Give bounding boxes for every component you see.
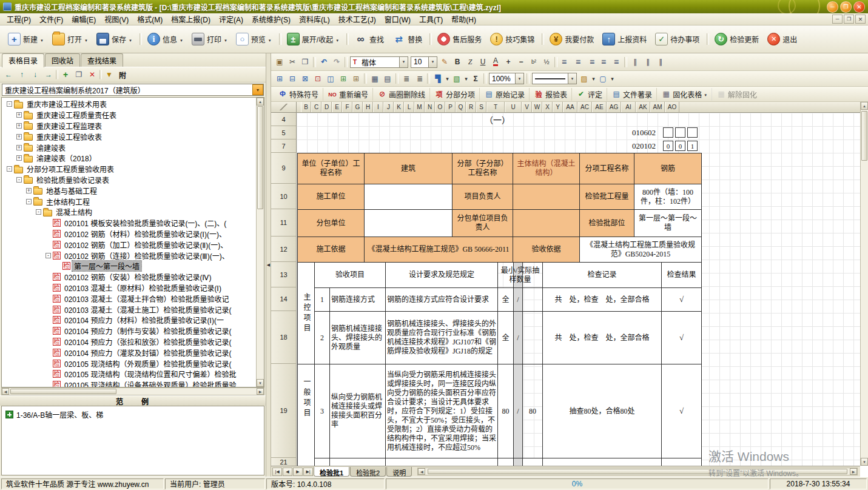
cell-batch-quantity-label[interactable]: 检验批工程量 bbox=[579, 184, 634, 210]
cell-result[interactable]: √ bbox=[661, 311, 702, 364]
scroll-up-icon[interactable] bbox=[861, 102, 868, 110]
example-item[interactable]: 1-36/A-B轴一层梁、板、梯 bbox=[5, 409, 260, 420]
tree-vertical-scrollbar[interactable] bbox=[256, 98, 264, 387]
tree-item-label[interactable]: 重庆建设工程验收表 bbox=[35, 132, 104, 142]
combo-dropdown-button[interactable] bbox=[252, 84, 263, 95]
format-icon[interactable] bbox=[528, 56, 540, 68]
toolbar-button[interactable]: 替换 bbox=[388, 30, 426, 49]
cell-spec[interactable]: 钢筋的连接方式应符合设计要求 bbox=[385, 287, 498, 312]
format-icon[interactable] bbox=[585, 56, 597, 68]
panel-splitter[interactable] bbox=[266, 53, 271, 477]
format-icon[interactable] bbox=[515, 56, 527, 68]
tree-item-label[interactable]: 第一层～第一段～墙 bbox=[72, 261, 141, 271]
format-icon[interactable] bbox=[610, 56, 622, 68]
tree-item-label[interactable]: 020102 钢筋（安装）检验批质量验收记录(Ⅳ) bbox=[62, 272, 213, 282]
tree-item[interactable]: 020105 现浇结构（设备基础外观质量）检验批质量验 bbox=[2, 380, 256, 387]
tree-item-label[interactable]: 020103 混凝土（原材料）检验批质量验收记录(Ⅰ) bbox=[62, 283, 223, 293]
format-icon[interactable] bbox=[477, 56, 489, 68]
tree-item-label[interactable]: 020104 预应力（材料）检验批质量验收记录(Ⅰ)(一 bbox=[62, 315, 226, 325]
menu-item[interactable]: 档案上报(D) bbox=[167, 13, 215, 25]
menu-item[interactable]: 工具(T) bbox=[415, 13, 447, 25]
tree-item[interactable]: - 分部分项工程质量验收用表 bbox=[2, 164, 256, 175]
previous-sheet-button[interactable] bbox=[283, 468, 292, 476]
column-header[interactable]: O bbox=[435, 102, 445, 112]
scroll-right-icon[interactable] bbox=[850, 468, 857, 475]
row-header[interactable]: 7 bbox=[271, 139, 296, 153]
tree-item-label[interactable]: 020102 钢筋（连接）检验批质量验收记录(Ⅲ)(一)、 bbox=[62, 250, 231, 261]
cell-seq[interactable]: 2 bbox=[314, 311, 330, 364]
column-header[interactable]: AO bbox=[665, 102, 679, 112]
row-header[interactable]: 4 bbox=[271, 113, 296, 126]
scrollbar-thumb[interactable] bbox=[10, 389, 116, 394]
menu-item[interactable]: 文件(F) bbox=[35, 13, 67, 25]
cell-partial[interactable] bbox=[661, 458, 702, 466]
scroll-left-icon[interactable] bbox=[418, 468, 425, 475]
format-icon[interactable] bbox=[559, 56, 571, 68]
tree-item[interactable]: - 重庆市建设工程技术用表 bbox=[2, 99, 256, 110]
column-header[interactable]: AI bbox=[621, 102, 636, 112]
cell-sample-slash[interactable]: / bbox=[513, 364, 523, 458]
cell-partial[interactable] bbox=[542, 458, 662, 466]
format-icon[interactable] bbox=[427, 73, 430, 84]
column-header[interactable]: L bbox=[404, 102, 414, 112]
sheet-tab[interactable]: 检验批2 bbox=[350, 467, 386, 477]
font-family-select[interactable]: 楷体 bbox=[350, 56, 408, 68]
tree-expander-icon[interactable]: + bbox=[16, 145, 22, 150]
format-icon[interactable] bbox=[337, 73, 349, 84]
cell-header-sample[interactable]: 最小/实际抽样数量 bbox=[497, 262, 543, 288]
tree-item-label[interactable]: 重庆建设工程质量责任表 bbox=[35, 110, 118, 120]
line-style-select[interactable] bbox=[532, 73, 577, 84]
cell-header-item[interactable]: 验收项目 bbox=[314, 262, 386, 288]
cell-item-name-value[interactable]: 钢筋 bbox=[634, 153, 702, 184]
tool-button[interactable]: 解除固化 bbox=[712, 88, 761, 101]
tree-item[interactable]: 020102 钢筋（安装）检验批质量验收记录(Ⅳ) bbox=[2, 272, 256, 283]
scroll-right-icon[interactable] bbox=[257, 388, 264, 395]
toolbar-button[interactable]: 打印 bbox=[187, 30, 232, 49]
toolbar-button[interactable]: 售后服务 bbox=[433, 30, 486, 49]
cell-partial[interactable] bbox=[385, 458, 498, 466]
row-header[interactable]: 9 bbox=[271, 153, 296, 184]
cell-project-leader-value[interactable] bbox=[513, 184, 580, 210]
format-icon[interactable] bbox=[490, 56, 502, 68]
sheet-grid[interactable]: （一） 010602 020102 0 0 1 单位（子单位）工程名称 建筑 分… bbox=[297, 113, 860, 466]
column-header[interactable]: W bbox=[532, 102, 542, 112]
sheet-horizontal-scrollbar[interactable] bbox=[417, 468, 858, 475]
row-header[interactable]: 10 bbox=[271, 184, 296, 209]
tree-item-label[interactable]: 020105 现浇结构（现浇结构位置和尺寸偏差）检验批 bbox=[62, 369, 238, 379]
chevron-down-icon[interactable] bbox=[515, 73, 523, 84]
column-header[interactable]: T bbox=[486, 102, 505, 112]
format-icon[interactable] bbox=[654, 56, 667, 68]
cell-code-1[interactable]: 010602 bbox=[580, 126, 659, 139]
cell-unit-project-value[interactable]: 建筑 bbox=[364, 153, 453, 184]
cell-actual-sample[interactable] bbox=[522, 287, 543, 312]
cell-spec[interactable]: 钢筋机械连接接头、焊接接头的外观质量应符合现行行业标准《钢筋机械连接技术规程》J… bbox=[385, 311, 498, 364]
tree-item[interactable]: + 重庆建设工程质量责任表 bbox=[2, 110, 256, 121]
scroll-down-icon[interactable] bbox=[257, 379, 264, 387]
tool-button[interactable]: 画圈删除线 bbox=[372, 88, 429, 101]
format-icon[interactable] bbox=[325, 73, 337, 84]
cell-item[interactable]: 纵向受力钢筋机械连接接头或焊接接头面积百分率 bbox=[329, 364, 386, 458]
chevron-down-icon[interactable] bbox=[399, 57, 408, 67]
toolbar-button[interactable]: 新建 bbox=[4, 30, 48, 49]
tree-toolbar-icon[interactable] bbox=[103, 69, 115, 81]
toolbar-button[interactable]: 预览 bbox=[232, 30, 276, 49]
code-box[interactable]: 0 bbox=[675, 141, 685, 151]
format-icon[interactable] bbox=[572, 56, 584, 68]
tree-item-label[interactable]: 分部分项工程质量验收用表 bbox=[25, 164, 116, 174]
left-tab[interactable]: 回收站 bbox=[45, 53, 80, 67]
tool-button[interactable]: 文件著录 bbox=[607, 88, 656, 101]
column-header[interactable]: AM bbox=[650, 102, 665, 112]
cell-spec[interactable]: 当纵向受力钢筋采用机械连接接头或焊接接头时，同一连接区段内纵向受力钢筋的接头面积… bbox=[385, 364, 498, 458]
cell-seq[interactable]: 3 bbox=[314, 364, 330, 458]
column-header[interactable]: B bbox=[301, 102, 311, 112]
cell-project-leader-label[interactable]: 项目负责人 bbox=[452, 184, 513, 210]
cell-batch-location-value[interactable]: 第一层～第一段～墙 bbox=[634, 209, 702, 237]
cell-partial[interactable] bbox=[497, 458, 514, 466]
format-icon[interactable] bbox=[382, 73, 394, 84]
menu-item[interactable]: 窗口(W) bbox=[380, 13, 415, 25]
scrollbar-thumb[interactable] bbox=[861, 111, 867, 161]
cell-subcontract-unit-label[interactable]: 分包单位 bbox=[297, 209, 365, 237]
cell-item[interactable]: 钢筋连接方式 bbox=[329, 287, 386, 312]
format-icon[interactable] bbox=[451, 56, 463, 68]
mdi-close-button[interactable] bbox=[855, 15, 866, 24]
